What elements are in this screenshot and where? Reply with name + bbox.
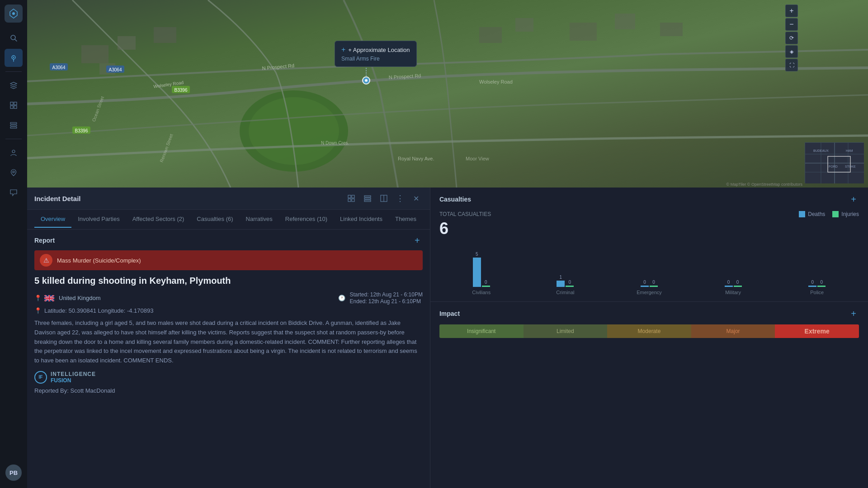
app-logo[interactable] [5,5,23,23]
report-title: Report [34,237,55,244]
deaths-legend-color [799,211,805,217]
left-column: Incident Detail [27,188,430,488]
location-icon: 📍 [34,295,42,301]
tab-involved-parties[interactable]: Involved Parties [71,211,126,228]
incident-started: Started: 12th Aug 21 - 6:10PM [350,291,423,298]
bar-pair-civilians: 5 0 [473,251,490,287]
sidebar-item-location[interactable] [5,164,23,182]
svg-rect-25 [615,14,635,29]
casualties-header: Casualties + [439,194,859,205]
meta-coordinates-row: 📍 Latitude: 50.390841 Longitude: -4.1708… [34,307,423,314]
incident-type-label: Mass Murder (Suicide/Complex) [57,257,141,264]
impact-seg-extreme: Extreme [775,324,859,338]
sidebar-item-chat[interactable] [5,183,23,202]
more-options-button[interactable]: ⋮ [394,192,406,205]
close-button[interactable]: ✕ [410,192,423,205]
fullscreen-button[interactable]: ⛶ [785,59,798,71]
zoom-in-button[interactable]: + [785,5,798,17]
injuries-legend-label: Injuries [841,211,859,217]
military-label: Military [725,290,741,295]
tab-casualties[interactable]: Casualties (6) [190,211,239,228]
police-deaths-value: 0 [811,280,814,285]
svg-rect-22 [479,27,502,43]
svg-rect-11 [10,125,17,126]
tab-themes[interactable]: Themes [389,211,423,228]
list-view-button[interactable] [361,192,374,205]
tab-linked-incidents[interactable]: Linked Incidents [334,211,389,228]
tab-overview[interactable]: Overview [34,211,71,228]
split-view-button[interactable] [377,192,390,205]
intelligence-icon: IF [34,371,47,384]
police-injuries-bar [817,286,826,287]
intelligence-label: INTELLIGENCE FUSION [51,371,96,384]
civilians-deaths-bar [473,258,481,287]
sidebar-item-grid[interactable] [5,96,23,114]
criminal-injuries-bar [566,286,574,287]
impact-add-button[interactable]: + [848,308,859,319]
emergency-label: Emergency [637,290,662,295]
impact-header: Impact + [439,308,859,319]
police-deaths-bar [808,286,816,287]
svg-rect-59 [348,195,351,198]
civilians-injuries-bar [482,286,490,287]
tab-narratives[interactable]: Narratives [240,211,279,228]
svg-rect-20 [154,27,176,43]
casualties-add-button[interactable]: + [848,194,859,205]
svg-text:A3064: A3064 [109,67,122,72]
svg-rect-26 [660,23,683,36]
military-injuries-value: 0 [736,280,739,285]
sidebar: PB [0,0,27,488]
map-tooltip-subtitle: Small Arms Fire [341,56,410,62]
svg-text:FORD: FORD [829,165,838,168]
criminal-injuries-value: 0 [569,280,571,285]
incident-coordinates: Latitude: 50.390841 Longitude: -4.170893 [44,307,153,314]
incident-country: United Kingdom [59,295,101,301]
impact-seg-insignificant: Insignificant [439,324,524,338]
casualties-section: Casualties + TOTAL CASUALTIES 6 Deaths I… [430,188,868,302]
report-add-button[interactable]: + [412,235,423,246]
sidebar-item-layers[interactable] [5,76,23,94]
report-section-header: Report + [34,235,423,246]
svg-text:HAM: HAM [846,149,853,152]
clock-icon: 🕐 [338,295,345,301]
svg-text:N Down Cres.: N Down Cres. [321,141,349,145]
deaths-legend-label: Deaths [808,211,825,217]
zoom-out-button[interactable]: − [785,18,798,31]
svg-rect-12 [10,127,17,128]
total-casualties-row: TOTAL CASUALTIES 6 Deaths Injuries [439,211,859,238]
svg-rect-10 [10,122,17,124]
tilt-button[interactable]: ◈ [785,45,798,58]
sidebar-item-list[interactable] [5,116,23,134]
bar-group-military: 0 0 Military [691,251,775,295]
impact-seg-limited: Limited [524,324,608,338]
map-tooltip: + + Approximate Location Small Arms Fire [335,41,417,67]
intelligence-badge: IF INTELLIGENCE FUSION [34,371,423,384]
criminal-deaths-value: 1 [560,275,562,280]
incident-header-title: Incident Detail [34,195,81,202]
sidebar-item-person[interactable] [5,144,23,162]
svg-rect-64 [364,198,371,199]
svg-text:Royal Navy Ave.: Royal Navy Ave. [398,156,434,161]
incident-detail-header: Incident Detail [27,188,430,210]
criminal-deaths-bar [557,281,565,287]
incident-type-icon: ⚠ [40,254,52,267]
total-casualties-label: TOTAL CASUALTIES [439,211,491,217]
svg-rect-18 [81,45,108,63]
incident-type-banner: ⚠ Mass Murder (Suicide/Complex) [34,250,423,270]
svg-text:Moor View: Moor View [466,156,489,161]
sidebar-item-map[interactable] [5,49,23,67]
civilians-injuries-value: 0 [485,280,487,285]
sidebar-item-search[interactable] [5,29,23,47]
grid-view-button[interactable] [345,192,358,205]
right-column: Casualties + TOTAL CASUALTIES 6 Deaths I… [430,188,868,488]
bottom-panel: Incident Detail [27,188,868,488]
rotate-button[interactable]: ⟳ [785,32,798,44]
map-controls: + − ⟳ ◈ ⛶ [785,5,798,71]
report-section: Report + ⚠ Mass Murder (Suicide/Complex)… [27,230,430,488]
tab-affected-sectors[interactable]: Affected Sectors (2) [126,211,191,228]
user-avatar[interactable]: PB [5,465,22,481]
svg-text:A3064: A3064 [52,65,66,70]
police-label: Police [810,290,824,295]
tab-references[interactable]: References (10) [279,211,334,228]
bar-group-civilians: 5 0 Civilians [439,251,524,295]
